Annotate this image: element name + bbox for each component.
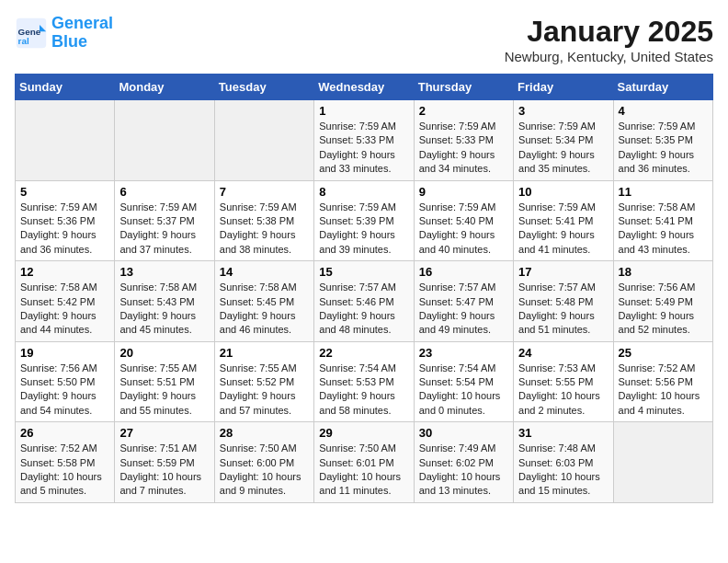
day-info: Sunrise: 7:58 AM Sunset: 5:43 PM Dayligh…	[119, 281, 209, 338]
calendar-cell: 28Sunrise: 7:50 AM Sunset: 6:00 PM Dayli…	[214, 422, 313, 503]
title-area: January 2025 Newburg, Kentucky, United S…	[505, 15, 713, 64]
calendar-header: SundayMondayTuesdayWednesdayThursdayFrid…	[16, 75, 713, 100]
calendar-cell	[214, 100, 313, 181]
calendar-cell: 27Sunrise: 7:51 AM Sunset: 5:59 PM Dayli…	[115, 422, 214, 503]
day-info: Sunrise: 7:51 AM Sunset: 5:59 PM Dayligh…	[119, 442, 209, 499]
calendar-cell: 11Sunrise: 7:58 AM Sunset: 5:41 PM Dayli…	[613, 180, 712, 261]
day-info: Sunrise: 7:50 AM Sunset: 6:01 PM Dayligh…	[319, 442, 408, 499]
calendar-cell: 26Sunrise: 7:52 AM Sunset: 5:58 PM Dayli…	[16, 422, 115, 503]
subtitle: Newburg, Kentucky, United States	[505, 49, 713, 64]
calendar-cell: 1Sunrise: 7:59 AM Sunset: 5:33 PM Daylig…	[314, 100, 414, 181]
day-info: Sunrise: 7:58 AM Sunset: 5:41 PM Dayligh…	[619, 201, 708, 258]
calendar-cell: 12Sunrise: 7:58 AM Sunset: 5:42 PM Dayli…	[16, 261, 115, 342]
header-wednesday: Wednesday	[314, 75, 414, 100]
week-row-2: 5Sunrise: 7:59 AM Sunset: 5:36 PM Daylig…	[16, 180, 713, 261]
svg-text:ral: ral	[18, 35, 29, 45]
day-number: 26	[20, 426, 109, 440]
day-info: Sunrise: 7:58 AM Sunset: 5:45 PM Dayligh…	[220, 281, 309, 338]
calendar-cell: 14Sunrise: 7:58 AM Sunset: 5:45 PM Dayli…	[214, 261, 313, 342]
day-number: 16	[419, 265, 508, 279]
calendar-cell: 25Sunrise: 7:52 AM Sunset: 5:56 PM Dayli…	[613, 341, 712, 422]
day-number: 21	[220, 346, 309, 360]
day-number: 25	[619, 346, 708, 360]
day-number: 22	[319, 346, 408, 360]
calendar-cell: 29Sunrise: 7:50 AM Sunset: 6:01 PM Dayli…	[314, 422, 414, 503]
day-info: Sunrise: 7:59 AM Sunset: 5:38 PM Dayligh…	[220, 201, 309, 258]
header-thursday: Thursday	[414, 75, 513, 100]
day-number: 7	[220, 185, 309, 199]
day-number: 1	[319, 104, 408, 118]
day-number: 5	[20, 185, 109, 199]
day-number: 13	[119, 265, 209, 279]
calendar-cell: 7Sunrise: 7:59 AM Sunset: 5:38 PM Daylig…	[214, 180, 313, 261]
calendar-cell: 9Sunrise: 7:59 AM Sunset: 5:40 PM Daylig…	[414, 180, 513, 261]
day-info: Sunrise: 7:59 AM Sunset: 5:33 PM Dayligh…	[319, 120, 408, 177]
day-number: 9	[419, 185, 508, 199]
day-number: 18	[619, 265, 708, 279]
day-info: Sunrise: 7:58 AM Sunset: 5:42 PM Dayligh…	[20, 281, 109, 338]
calendar-cell: 2Sunrise: 7:59 AM Sunset: 5:33 PM Daylig…	[414, 100, 513, 181]
day-number: 4	[619, 104, 708, 118]
header-sunday: Sunday	[16, 75, 115, 100]
week-row-3: 12Sunrise: 7:58 AM Sunset: 5:42 PM Dayli…	[16, 261, 713, 342]
calendar-cell: 13Sunrise: 7:58 AM Sunset: 5:43 PM Dayli…	[115, 261, 214, 342]
calendar-cell: 20Sunrise: 7:55 AM Sunset: 5:51 PM Dayli…	[115, 341, 214, 422]
calendar-cell: 17Sunrise: 7:57 AM Sunset: 5:48 PM Dayli…	[514, 261, 613, 342]
day-info: Sunrise: 7:54 AM Sunset: 5:54 PM Dayligh…	[419, 362, 508, 419]
calendar-table: SundayMondayTuesdayWednesdayThursdayFrid…	[15, 74, 713, 503]
day-number: 23	[419, 346, 508, 360]
calendar-cell: 16Sunrise: 7:57 AM Sunset: 5:47 PM Dayli…	[414, 261, 513, 342]
calendar-cell: 19Sunrise: 7:56 AM Sunset: 5:50 PM Dayli…	[16, 341, 115, 422]
day-number: 30	[419, 426, 508, 440]
header: Gene ral General Blue January 2025 Newbu…	[15, 15, 713, 64]
day-info: Sunrise: 7:59 AM Sunset: 5:37 PM Dayligh…	[119, 201, 209, 258]
day-info: Sunrise: 7:59 AM Sunset: 5:41 PM Dayligh…	[518, 201, 608, 258]
day-info: Sunrise: 7:50 AM Sunset: 6:00 PM Dayligh…	[220, 442, 309, 499]
header-friday: Friday	[514, 75, 613, 100]
day-number: 27	[119, 426, 209, 440]
calendar-cell: 22Sunrise: 7:54 AM Sunset: 5:53 PM Dayli…	[314, 341, 414, 422]
day-info: Sunrise: 7:57 AM Sunset: 5:46 PM Dayligh…	[319, 281, 408, 338]
day-info: Sunrise: 7:52 AM Sunset: 5:56 PM Dayligh…	[619, 362, 708, 419]
day-info: Sunrise: 7:56 AM Sunset: 5:49 PM Dayligh…	[619, 281, 708, 338]
day-number: 28	[220, 426, 309, 440]
calendar-cell	[613, 422, 712, 503]
day-info: Sunrise: 7:53 AM Sunset: 5:55 PM Dayligh…	[518, 362, 608, 419]
calendar-cell: 21Sunrise: 7:55 AM Sunset: 5:52 PM Dayli…	[214, 341, 313, 422]
calendar-cell: 3Sunrise: 7:59 AM Sunset: 5:34 PM Daylig…	[514, 100, 613, 181]
day-number: 6	[119, 185, 209, 199]
day-info: Sunrise: 7:59 AM Sunset: 5:35 PM Dayligh…	[619, 120, 708, 177]
calendar-cell: 15Sunrise: 7:57 AM Sunset: 5:46 PM Dayli…	[314, 261, 414, 342]
logo: Gene ral General Blue	[15, 15, 113, 52]
day-info: Sunrise: 7:59 AM Sunset: 5:36 PM Dayligh…	[20, 201, 109, 258]
header-monday: Monday	[115, 75, 214, 100]
day-number: 17	[518, 265, 608, 279]
day-number: 12	[20, 265, 109, 279]
day-info: Sunrise: 7:48 AM Sunset: 6:03 PM Dayligh…	[518, 442, 608, 499]
day-number: 11	[619, 185, 708, 199]
day-info: Sunrise: 7:57 AM Sunset: 5:47 PM Dayligh…	[419, 281, 508, 338]
day-info: Sunrise: 7:59 AM Sunset: 5:40 PM Dayligh…	[419, 201, 508, 258]
calendar-cell: 24Sunrise: 7:53 AM Sunset: 5:55 PM Dayli…	[514, 341, 613, 422]
day-number: 14	[220, 265, 309, 279]
day-info: Sunrise: 7:59 AM Sunset: 5:34 PM Dayligh…	[518, 120, 608, 177]
calendar-cell: 10Sunrise: 7:59 AM Sunset: 5:41 PM Dayli…	[514, 180, 613, 261]
calendar-cell: 30Sunrise: 7:49 AM Sunset: 6:02 PM Dayli…	[414, 422, 513, 503]
calendar-cell: 5Sunrise: 7:59 AM Sunset: 5:36 PM Daylig…	[16, 180, 115, 261]
day-number: 15	[319, 265, 408, 279]
day-info: Sunrise: 7:57 AM Sunset: 5:48 PM Dayligh…	[518, 281, 608, 338]
day-info: Sunrise: 7:55 AM Sunset: 5:51 PM Dayligh…	[119, 362, 209, 419]
header-tuesday: Tuesday	[214, 75, 313, 100]
day-info: Sunrise: 7:59 AM Sunset: 5:39 PM Dayligh…	[319, 201, 408, 258]
day-info: Sunrise: 7:54 AM Sunset: 5:53 PM Dayligh…	[319, 362, 408, 419]
calendar-cell: 18Sunrise: 7:56 AM Sunset: 5:49 PM Dayli…	[613, 261, 712, 342]
day-info: Sunrise: 7:49 AM Sunset: 6:02 PM Dayligh…	[419, 442, 508, 499]
day-number: 24	[518, 346, 608, 360]
header-saturday: Saturday	[613, 75, 712, 100]
header-row: SundayMondayTuesdayWednesdayThursdayFrid…	[16, 75, 713, 100]
calendar-cell: 31Sunrise: 7:48 AM Sunset: 6:03 PM Dayli…	[514, 422, 613, 503]
logo-text: General Blue	[51, 15, 113, 52]
week-row-5: 26Sunrise: 7:52 AM Sunset: 5:58 PM Dayli…	[16, 422, 713, 503]
day-number: 19	[20, 346, 109, 360]
day-number: 3	[518, 104, 608, 118]
